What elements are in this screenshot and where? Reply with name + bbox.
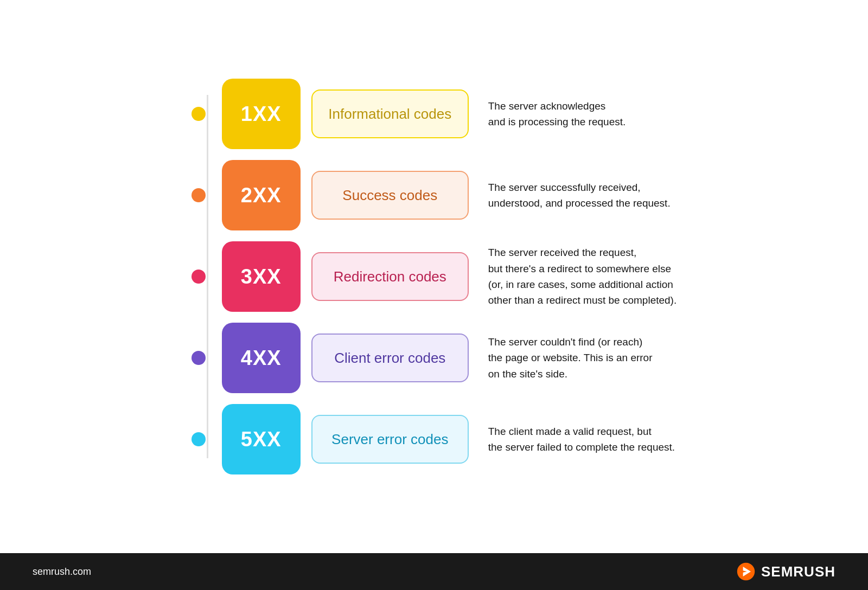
name-label-1xx: Informational codes <box>328 106 451 123</box>
name-label-2xx: Success codes <box>342 187 437 204</box>
dot-3xx <box>192 270 206 284</box>
code-box-1xx: 1XX <box>222 79 301 149</box>
name-label-5xx: Server error codes <box>331 431 448 448</box>
semrush-icon <box>736 562 756 581</box>
footer-url: semrush.com <box>33 566 91 578</box>
code-box-2xx: 2XX <box>222 160 301 230</box>
description-1xx: The server acknowledgesand is processing… <box>488 98 626 130</box>
code-label-4xx: 4XX <box>241 347 282 370</box>
name-box-3xx: Redirection codes <box>311 252 469 301</box>
name-label-4xx: Client error codes <box>334 350 445 367</box>
code-box-5xx: 5XX <box>222 404 301 474</box>
name-box-4xx: Client error codes <box>311 334 469 382</box>
row-4xx: 4XX Client error codes The server couldn… <box>192 323 676 393</box>
code-label-5xx: 5XX <box>241 428 282 451</box>
row-2xx: 2XX Success codes The server successfull… <box>192 160 676 230</box>
code-label-2xx: 2XX <box>241 184 282 207</box>
name-label-3xx: Redirection codes <box>334 268 446 285</box>
row-5xx: 5XX Server error codes The client made a… <box>192 404 676 474</box>
semrush-logo: SEMRUSH <box>736 562 835 581</box>
description-3xx: The server received the request,but ther… <box>488 245 676 309</box>
footer: semrush.com SEMRUSH <box>0 553 868 590</box>
main-content: 1XX Informational codes The server ackno… <box>0 0 868 553</box>
dot-1xx <box>192 107 206 121</box>
diagram: 1XX Informational codes The server ackno… <box>192 79 676 474</box>
description-2xx: The server successfully received,underst… <box>488 179 671 211</box>
code-label-3xx: 3XX <box>241 265 282 288</box>
row-3xx: 3XX Redirection codes The server receive… <box>192 241 676 312</box>
name-box-5xx: Server error codes <box>311 415 469 464</box>
description-4xx: The server couldn't find (or reach)the p… <box>488 334 653 382</box>
dot-2xx <box>192 188 206 202</box>
svg-point-0 <box>737 563 755 580</box>
code-label-1xx: 1XX <box>241 102 282 126</box>
code-box-3xx: 3XX <box>222 241 301 312</box>
semrush-brand-text: SEMRUSH <box>761 563 835 580</box>
row-1xx: 1XX Informational codes The server ackno… <box>192 79 676 149</box>
dot-4xx <box>192 351 206 365</box>
dot-5xx <box>192 432 206 446</box>
code-box-4xx: 4XX <box>222 323 301 393</box>
name-box-1xx: Informational codes <box>311 89 469 138</box>
name-box-2xx: Success codes <box>311 171 469 220</box>
description-5xx: The client made a valid request, butthe … <box>488 424 675 456</box>
